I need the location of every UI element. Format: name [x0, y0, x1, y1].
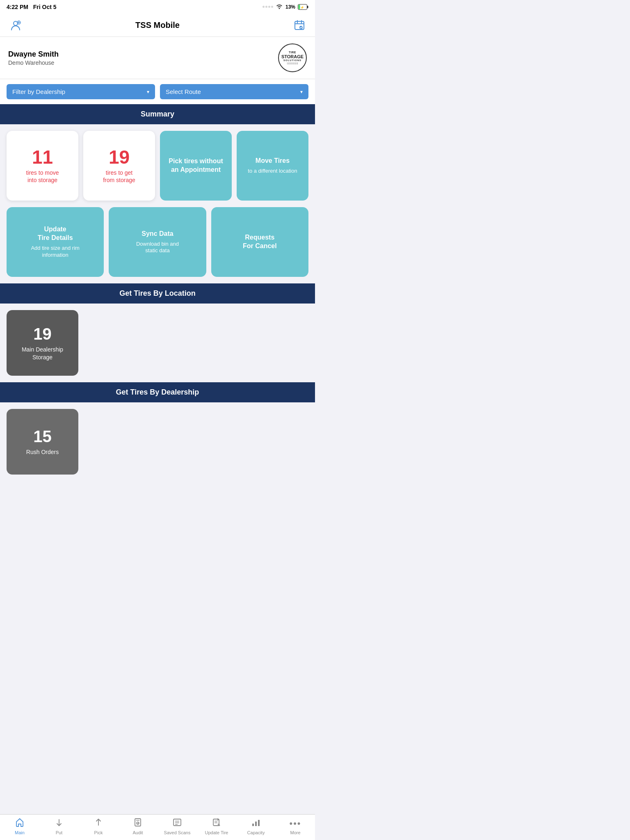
pick-tires-title: Pick tires withoutan Appointment — [169, 157, 223, 174]
route-chevron-icon: ▾ — [300, 89, 303, 95]
logo-text-storage: STORAGE — [281, 54, 304, 59]
update-tire-title: UpdateTire Details — [38, 225, 73, 242]
rush-orders-card[interactable]: 15 Rush Orders — [7, 409, 78, 475]
dealership-filter[interactable]: Filter by Dealership ▾ — [7, 84, 155, 99]
battery-icon: ⚡ — [298, 4, 308, 10]
tires-from-storage-card[interactable]: 19 tires to getfrom storage — [83, 131, 155, 201]
svg-text:⚡: ⚡ — [300, 5, 304, 9]
move-tires-subtitle: to a different location — [248, 168, 297, 175]
svg-rect-6 — [295, 21, 304, 30]
signal-icon — [262, 6, 273, 8]
svg-rect-1 — [299, 5, 300, 9]
tires-to-storage-card[interactable]: 11 tires to moveinto storage — [7, 131, 78, 201]
main-dealership-number: 19 — [33, 325, 52, 343]
calendar-nav-icon[interactable] — [292, 18, 307, 32]
tires-to-storage-label: tires to moveinto storage — [26, 169, 59, 184]
by-location-section-header: Get Tires By Location — [0, 283, 315, 304]
requests-cancel-title: RequestsFor Cancel — [243, 233, 277, 251]
status-time: 4:22 PM — [7, 4, 28, 10]
status-right: 13% ⚡ — [262, 3, 308, 10]
logo-text-tire: TIRE — [289, 51, 296, 54]
status-date: Fri Oct 5 — [33, 4, 57, 10]
main-content: Filter by Dealership ▾ Select Route ▾ Su… — [0, 79, 315, 514]
status-bar: 4:22 PM Fri Oct 5 13% ⚡ — [0, 0, 315, 14]
tires-from-storage-number: 19 — [109, 148, 130, 167]
user-name: Dwayne Smith — [8, 50, 59, 59]
sync-data-title: Sync Data — [142, 230, 173, 238]
tires-to-storage-number: 11 — [32, 148, 53, 167]
by-location-grid: 19 Main DealershipStorage — [0, 304, 315, 382]
move-tires-title: Move Tires — [256, 157, 290, 165]
logo-barcode: ||||||||||| — [287, 62, 298, 65]
main-dealership-storage-card[interactable]: 19 Main DealershipStorage — [7, 310, 78, 376]
dealership-filter-label: Filter by Dealership — [12, 88, 65, 95]
battery-percentage: 13% — [285, 4, 295, 10]
rush-orders-label: Rush Orders — [26, 448, 59, 456]
svg-rect-2 — [307, 6, 308, 8]
user-header: Dwayne Smith Demo Warehouse TIRE STORAGE… — [0, 37, 315, 79]
wifi-icon — [276, 3, 283, 10]
main-dealership-label: Main DealershipStorage — [22, 346, 63, 361]
update-tire-details-card[interactable]: UpdateTire Details Add tire size and rim… — [7, 207, 104, 277]
user-nav-icon[interactable] — [8, 18, 23, 32]
rush-orders-number: 15 — [33, 427, 52, 446]
requests-cancel-card[interactable]: RequestsFor Cancel — [211, 207, 308, 277]
filters-row: Filter by Dealership ▾ Select Route ▾ — [0, 79, 315, 104]
company-logo: TIRE STORAGE SOLUTIONS ||||||||||| — [278, 43, 307, 72]
route-filter-label: Select Route — [166, 88, 201, 95]
update-tire-subtitle: Add tire size and riminformation — [31, 245, 80, 259]
user-info: Dwayne Smith Demo Warehouse — [8, 50, 59, 66]
by-dealership-section-header: Get Tires By Dealership — [0, 382, 315, 402]
summary-bottom-grid: UpdateTire Details Add tire size and rim… — [0, 207, 315, 283]
tires-from-storage-label: tires to getfrom storage — [103, 169, 135, 184]
route-filter[interactable]: Select Route ▾ — [160, 84, 308, 99]
user-location: Demo Warehouse — [8, 59, 59, 66]
by-dealership-grid: 15 Rush Orders — [0, 402, 315, 481]
sync-data-subtitle: Download bin andstatic data — [136, 241, 179, 255]
move-tires-card[interactable]: Move Tires to a different location — [237, 131, 308, 201]
sync-data-card[interactable]: Sync Data Download bin andstatic data — [109, 207, 206, 277]
dealership-chevron-icon: ▾ — [147, 89, 149, 95]
logo-text-solutions: SOLUTIONS — [283, 59, 301, 62]
app-title: TSS Mobile — [135, 21, 180, 30]
pick-tires-card[interactable]: Pick tires withoutan Appointment — [160, 131, 232, 201]
summary-section-header: Summary — [0, 104, 315, 124]
nav-bar: TSS Mobile — [0, 14, 315, 37]
summary-top-grid: 11 tires to moveinto storage 19 tires to… — [0, 124, 315, 207]
